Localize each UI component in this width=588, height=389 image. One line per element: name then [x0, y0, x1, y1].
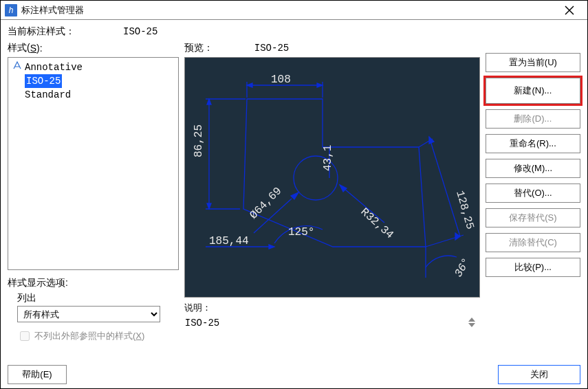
modify-button[interactable]: 修改(M)... [486, 159, 580, 178]
list-filter-select[interactable]: 所有样式 [17, 306, 160, 322]
description-value: ISO-25 [185, 318, 468, 329]
window-title: 标注样式管理器 [21, 4, 84, 16]
rename-button[interactable]: 重命名(R)... [486, 134, 580, 153]
svg-text:43,1: 43,1 [322, 145, 334, 171]
description-spinner[interactable] [468, 318, 479, 327]
preview-value: ISO-25 [254, 43, 289, 54]
save-override-button[interactable]: 保存替代(S) [486, 208, 580, 227]
close-button[interactable]: 关闭 [498, 365, 580, 384]
styles-label: 样式(S): [8, 42, 179, 54]
list-item[interactable]: Annotative [12, 60, 174, 74]
chevron-down-icon[interactable] [468, 323, 475, 327]
current-style-value: ISO-25 [123, 26, 157, 37]
svg-text:Ø64,69: Ø64,69 [248, 185, 284, 221]
svg-text:185,44: 185,44 [209, 235, 249, 247]
svg-text:108: 108 [271, 74, 291, 86]
app-icon: h [5, 4, 17, 16]
compare-button[interactable]: 比较(P)... [486, 258, 580, 277]
list-opts-label: 样式显示选项: [8, 277, 179, 289]
svg-text:125°: 125° [288, 226, 314, 238]
list-out-label: 列出 [17, 292, 179, 304]
svg-text:R32,34: R32,34 [358, 205, 395, 241]
preview-canvas: 108 86,25 Ø64,69 125° 185,44 43,1 R32,34… [184, 57, 480, 298]
svg-text:36°: 36° [453, 256, 473, 280]
svg-text:86,25: 86,25 [193, 124, 205, 157]
exclude-xref-checkbox-box[interactable] [20, 331, 30, 341]
delete-button[interactable]: 删除(D)... [486, 109, 580, 129]
new-button[interactable]: 新建(N)... [486, 78, 580, 104]
set-current-button[interactable]: 置为当前(U) [486, 53, 580, 72]
list-item[interactable]: Standard [12, 88, 174, 102]
svg-line-13 [429, 137, 460, 236]
exclude-xref-checkbox[interactable]: 不列出外部参照中的样式(X) [17, 329, 179, 343]
preview-label: 预览： [184, 42, 213, 54]
override-button[interactable]: 替代(O)... [486, 184, 580, 203]
close-icon[interactable] [556, 1, 583, 19]
current-style-label: 当前标注样式： [8, 25, 75, 38]
list-item[interactable]: ISO-25 [12, 74, 174, 88]
description-label: 说明： [184, 302, 480, 314]
clear-override-button[interactable]: 清除替代(C) [486, 233, 580, 252]
annotative-icon [12, 60, 22, 74]
styles-listbox[interactable]: Annotative ISO-25 Standard [8, 57, 179, 270]
chevron-up-icon[interactable] [468, 318, 475, 322]
help-button[interactable]: 帮助(E) [8, 365, 67, 384]
